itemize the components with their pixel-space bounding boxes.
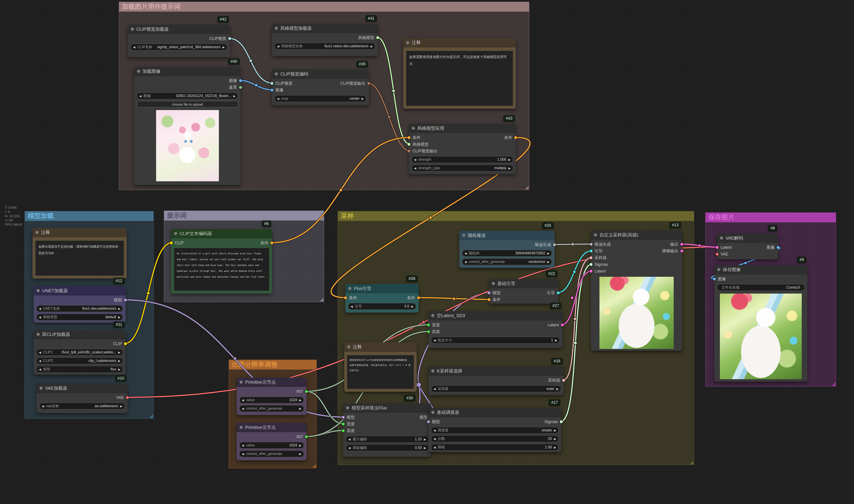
arrow-right-icon[interactable]: ▶ (299, 444, 301, 447)
node-header[interactable]: Flux引导 (345, 284, 419, 293)
slot-dot-latent[interactable] (680, 243, 683, 246)
arrow-right-icon[interactable]: ▶ (299, 399, 301, 401)
node-basic-guider[interactable]: #22 基础引导 模型引导 条件 (489, 279, 558, 304)
arrow-right-icon[interactable]: ▶ (508, 158, 511, 161)
widget-unet-name[interactable]: ◀UNET名称flux1-dev.safetensors▶ (36, 305, 123, 312)
arrow-left-icon[interactable]: ◀ (39, 307, 41, 310)
slot-dot-vae[interactable] (716, 253, 718, 256)
slot-dot-latent[interactable] (716, 246, 718, 249)
node-ksampler-select[interactable]: #16 K采样器选择 采样器 ◀采样器euler▶ (428, 366, 564, 395)
widget-filename-prefix[interactable]: 文件名前缀ComfyUI (717, 284, 805, 291)
node-primitive-height[interactable]: Primitive元节点 INT ◀value1024▶ ◀control_af… (237, 423, 307, 460)
slot-dot-clip-vision-output[interactable] (367, 82, 370, 85)
arrow-left-icon[interactable]: ◀ (242, 452, 244, 455)
collapse-dot-icon[interactable] (131, 28, 134, 31)
slot-dot-conditioning[interactable] (344, 296, 347, 300)
collapse-dot-icon[interactable] (492, 282, 495, 285)
slot-dot-mask[interactable] (239, 86, 242, 89)
arrow-left-icon[interactable]: ◀ (39, 316, 41, 319)
slot-dot-int[interactable] (427, 324, 430, 326)
widget-clip1[interactable]: ◀CLIP1t5xxl_fp8_e4m3fn_scaled.safete...▶ (36, 349, 123, 356)
node-header[interactable]: CLIP文本编码器 (171, 229, 272, 238)
node-style-model-apply[interactable]: #43 风格模型应用 条件条件 风格模型 CLIP视觉输出 ◀strength1… (409, 124, 516, 174)
arrow-left-icon[interactable]: ◀ (39, 351, 41, 354)
arrow-left-icon[interactable]: ◀ (42, 405, 44, 408)
slot-dot-int[interactable] (342, 429, 345, 432)
note-textarea[interactable]: 模型采样算法Flux节点根据宽度和高度自动调整偏移值，如果不需要这样做，可以选中… (347, 355, 414, 389)
slot-dot-model[interactable] (427, 420, 430, 423)
slot-dot-clip[interactable] (170, 241, 173, 245)
slot-dot-int[interactable] (427, 330, 430, 333)
slot-dot-model[interactable] (488, 291, 490, 294)
node-sampler-custom-advanced[interactable]: #13 自定义采样器(高级) 噪波生成输出 引导降噪输出 采样器 Sigmas … (591, 230, 682, 351)
node-load-image[interactable]: #40 加载图像 图像 遮罩 ◀图像02821-20241124_162216_… (134, 67, 241, 185)
arrow-left-icon[interactable]: ◀ (414, 158, 416, 161)
group-title[interactable]: 采样 (338, 211, 694, 221)
collapse-dot-icon[interactable] (347, 345, 350, 348)
slot-dot-noise[interactable] (590, 243, 593, 246)
slot-dot-image[interactable] (239, 79, 242, 82)
slot-dot-clip-vision-output[interactable] (407, 150, 411, 152)
node-header[interactable]: 注释 (344, 342, 417, 352)
arrow-right-icon[interactable]: ▶ (556, 388, 559, 390)
widget-strength-type[interactable]: ◀strength_typemultiply▶ (412, 165, 513, 172)
slot-dot-conditioning[interactable] (271, 241, 273, 245)
note-textarea[interactable]: 如果需要使用多张图片作为提示词，可以连接多个风格模型应用节点 (406, 51, 513, 106)
node-vae-decode[interactable]: #8 VAE解码 Latent图像 VAE (717, 234, 778, 259)
arrow-left-icon[interactable]: ◀ (465, 252, 467, 255)
arrow-left-icon[interactable]: ◀ (242, 399, 244, 401)
widget-crop[interactable]: ◀cropcenter▶ (275, 95, 366, 102)
node-header[interactable]: 随机噪波 (459, 231, 555, 240)
arrow-right-icon[interactable]: ▶ (233, 94, 236, 97)
collapse-dot-icon[interactable] (412, 127, 415, 130)
slot-dot-conditioning[interactable] (488, 298, 490, 301)
arrow-right-icon[interactable]: ▶ (362, 97, 364, 100)
node-header[interactable]: CLIP视觉加载器 (128, 25, 230, 34)
slot-dot-clip-vision[interactable] (228, 37, 231, 40)
widget-sampler-name[interactable]: ◀采样器euler▶ (431, 385, 561, 392)
node-unet-loader[interactable]: #12 UNET加载器 模型 ◀UNET名称flux1-dev.safetens… (34, 286, 126, 323)
arrow-right-icon[interactable]: ▶ (370, 45, 373, 48)
arrow-right-icon[interactable]: ▶ (547, 252, 550, 255)
arrow-right-icon[interactable]: ▶ (118, 316, 120, 319)
arrow-right-icon[interactable]: ▶ (118, 368, 120, 371)
arrow-left-icon[interactable]: ◀ (133, 46, 135, 49)
arrow-left-icon[interactable]: ◀ (465, 260, 467, 263)
node-note-top[interactable]: 注释 如果需要使用多张图片作为提示词，可以连接多个风格模型应用节点 (403, 38, 516, 109)
slot-dot-style-model[interactable] (376, 36, 379, 39)
arrow-left-icon[interactable]: ◀ (277, 97, 279, 100)
collapse-dot-icon[interactable] (240, 426, 243, 429)
widget-clip-name[interactable]: ◀CLIP名称sigclip_vision_patch14_384.safete… (130, 44, 227, 50)
collapse-dot-icon[interactable] (346, 406, 349, 410)
arrow-right-icon[interactable]: ▶ (554, 437, 556, 440)
collapse-dot-icon[interactable] (39, 386, 42, 390)
slot-dot-int[interactable] (305, 435, 308, 438)
slot-dot-model[interactable] (342, 416, 345, 419)
node-header[interactable]: 双CLIP加载器 (34, 330, 126, 339)
collapse-dot-icon[interactable] (431, 369, 434, 373)
collapse-dot-icon[interactable] (35, 231, 39, 234)
arrow-left-icon[interactable]: ◀ (434, 388, 436, 390)
arrow-left-icon[interactable]: ◀ (434, 339, 436, 342)
slot-dot-latent[interactable] (680, 250, 683, 253)
node-model-sampling-flux[interactable]: #30 模型采样算法Flux 模型模型 宽度 高度 ◀最大偏移1.15▶ ◀基础… (343, 403, 431, 457)
node-header[interactable]: Primitive元节点 (237, 423, 307, 432)
node-header[interactable]: VAE加载器 (37, 384, 127, 393)
collapse-dot-icon[interactable] (462, 234, 465, 237)
node-flux-guidance[interactable]: #26 Flux引导 条件条件 ◀引导3.5▶ (345, 284, 419, 312)
widget-strength[interactable]: ◀strength1.000▶ (412, 156, 513, 163)
arrow-right-icon[interactable]: ▶ (411, 305, 414, 308)
node-header[interactable]: 注释 (403, 38, 516, 47)
slot-dot-model[interactable] (124, 299, 127, 302)
widget-control-after-generate[interactable]: ◀control_after_generate.▶ (239, 405, 304, 412)
arrow-left-icon[interactable]: ◀ (39, 359, 41, 362)
node-dual-clip-loader[interactable]: #11 双CLIP加载器 CLIP ◀CLIP1t5xxl_fp8_e4m3fn… (34, 330, 126, 375)
slot-dot-image[interactable] (713, 278, 716, 281)
arrow-right-icon[interactable]: ▶ (118, 351, 120, 354)
collapse-dot-icon[interactable] (431, 411, 434, 414)
arrow-right-icon[interactable]: ▶ (299, 407, 301, 410)
node-clip-text-encode[interactable]: #6 CLIP文本编码器 CLIP条件 An illustration of a… (171, 229, 272, 293)
node-note-sampling[interactable]: 注释 模型采样算法Flux节点根据宽度和高度自动调整偏移值，如果不需要这样做，可… (344, 342, 417, 392)
collapse-dot-icon[interactable] (174, 232, 177, 235)
arrow-right-icon[interactable]: ▶ (554, 446, 556, 449)
